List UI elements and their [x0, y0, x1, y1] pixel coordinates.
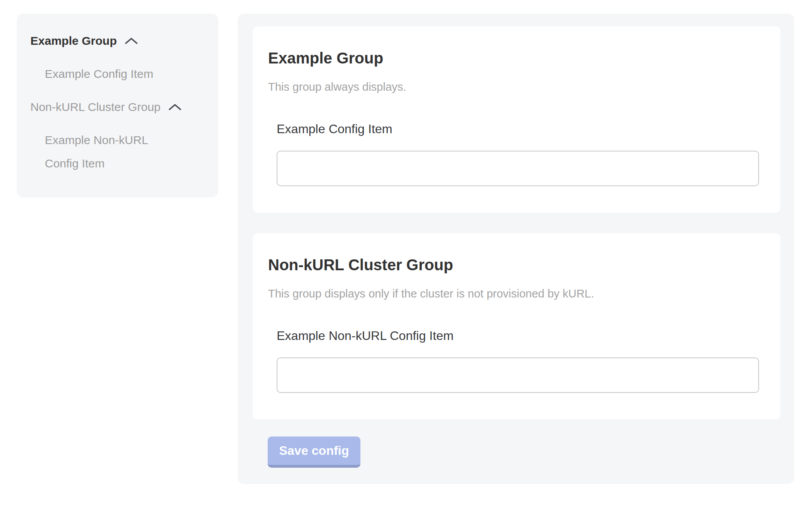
group-description: This group always displays. [268, 80, 759, 93]
sidebar-item-example-config-item[interactable]: Example Config Item [45, 62, 205, 86]
config-nav-sidebar: Example Group Example Config Item Non-kU… [17, 14, 218, 197]
sidebar-group-non-kurl-cluster-group[interactable]: Non-kURL Cluster Group [30, 95, 205, 119]
config-item-label: Example Non-kURL Config Item [277, 328, 759, 343]
sidebar-group-label: Example Group [30, 29, 117, 53]
sidebar-group-example-group[interactable]: Example Group [30, 29, 205, 53]
config-item-input-example-config-item[interactable] [277, 151, 759, 186]
save-config-button[interactable]: Save config [268, 437, 360, 468]
chevron-up-icon [168, 103, 182, 111]
config-group-card-example-group: Example Group This group always displays… [253, 26, 780, 213]
group-title: Example Group [268, 49, 759, 67]
sidebar-group-label: Non-kURL Cluster Group [30, 95, 161, 119]
config-group-card-non-kurl-cluster-group: Non-kURL Cluster Group This group displa… [253, 233, 780, 419]
config-item-input-example-non-kurl-config-item[interactable] [277, 357, 759, 393]
chevron-up-icon [125, 37, 138, 45]
group-title: Non-kURL Cluster Group [268, 255, 759, 274]
config-item-label: Example Config Item [277, 121, 759, 136]
group-description: This group displays only if the cluster … [268, 287, 759, 300]
sidebar-item-example-non-kurl-config-item[interactable]: Example Non-kURL Config Item [45, 129, 173, 175]
config-area: Example Group This group always displays… [238, 14, 794, 484]
